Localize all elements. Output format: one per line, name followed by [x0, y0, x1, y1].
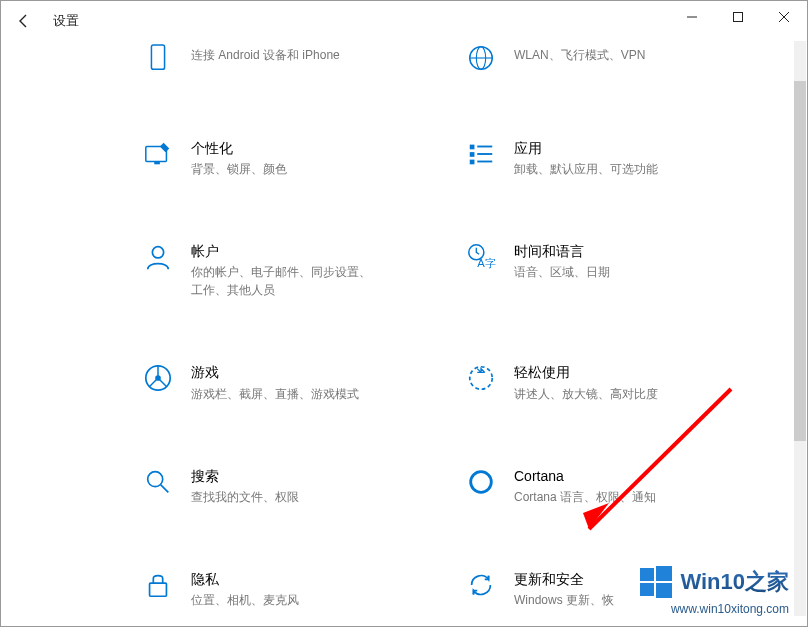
tile-title: 个性化 [191, 139, 287, 157]
tile-title: 游戏 [191, 363, 359, 381]
settings-tile-accounts[interactable]: 帐户 你的帐户、电子邮件、同步设置、工作、其他人员 [141, 240, 444, 299]
svg-point-24 [471, 471, 492, 492]
tile-desc: 位置、相机、麦克风 [191, 591, 299, 609]
settings-tile-search[interactable]: 搜索 查找我的文件、权限 [141, 465, 444, 506]
search-icon [141, 465, 175, 499]
tile-title: 时间和语言 [514, 242, 610, 260]
maximize-icon [733, 12, 743, 22]
svg-rect-25 [150, 583, 167, 596]
close-button[interactable] [761, 1, 807, 33]
svg-rect-1 [734, 13, 743, 22]
back-button[interactable] [1, 1, 47, 41]
tile-title: Cortana [514, 467, 656, 485]
arrow-left-icon [16, 13, 32, 29]
cortana-icon [464, 465, 498, 499]
tile-desc: WLAN、飞行模式、VPN [514, 46, 645, 64]
tile-title: 搜索 [191, 467, 299, 485]
window-controls [669, 1, 807, 33]
globe-icon [464, 41, 498, 75]
accounts-icon [141, 240, 175, 274]
settings-content: 连接 Android 设备和 iPhone WLAN、飞行模式、VPN 个性化 … [1, 41, 807, 626]
settings-tile-gaming[interactable]: 游戏 游戏栏、截屏、直播、游戏模式 [141, 361, 444, 402]
tile-desc: 游戏栏、截屏、直播、游戏模式 [191, 385, 359, 403]
svg-line-23 [161, 484, 169, 492]
tile-desc: 背景、锁屏、颜色 [191, 160, 287, 178]
minimize-button[interactable] [669, 1, 715, 33]
minimize-icon [687, 12, 697, 22]
svg-point-20 [155, 376, 161, 382]
settings-tile-privacy[interactable]: 隐私 位置、相机、麦克风 [141, 568, 444, 609]
tile-title: 轻松使用 [514, 363, 658, 381]
close-icon [779, 12, 789, 22]
settings-tile-cortana[interactable]: Cortana Cortana 语言、权限、通知 [464, 465, 767, 506]
gaming-icon [141, 361, 175, 395]
tile-desc: 连接 Android 设备和 iPhone [191, 46, 340, 64]
tile-title: 帐户 [191, 242, 371, 260]
tile-desc: 讲述人、放大镜、高对比度 [514, 385, 658, 403]
tile-desc: Windows 更新、恢 [514, 591, 614, 609]
svg-text:A字: A字 [477, 258, 496, 270]
titlebar: 设置 [1, 1, 807, 41]
page-title: 设置 [53, 12, 79, 30]
tile-desc: 卸载、默认应用、可选功能 [514, 160, 658, 178]
tile-desc: 语音、区域、日期 [514, 263, 610, 281]
svg-point-16 [152, 247, 163, 258]
privacy-icon [141, 568, 175, 602]
svg-rect-11 [470, 152, 475, 157]
tile-desc: 查找我的文件、权限 [191, 488, 299, 506]
apps-icon [464, 137, 498, 171]
settings-tile-time-language[interactable]: A字 时间和语言 语音、区域、日期 [464, 240, 767, 299]
time-language-icon: A字 [464, 240, 498, 274]
svg-rect-9 [154, 162, 160, 165]
settings-tile-network[interactable]: WLAN、飞行模式、VPN [464, 41, 767, 75]
settings-tile-phone[interactable]: 连接 Android 设备和 iPhone [141, 41, 444, 75]
update-icon [464, 568, 498, 602]
ease-of-access-icon [464, 361, 498, 395]
tile-desc: Cortana 语言、权限、通知 [514, 488, 656, 506]
personalization-icon [141, 137, 175, 171]
settings-tile-ease-of-access[interactable]: 轻松使用 讲述人、放大镜、高对比度 [464, 361, 767, 402]
phone-icon [141, 41, 175, 75]
svg-rect-12 [470, 160, 475, 165]
settings-tile-update-security[interactable]: 更新和安全 Windows 更新、恢 [464, 568, 767, 609]
svg-rect-10 [470, 145, 475, 150]
tile-desc: 你的帐户、电子邮件、同步设置、工作、其他人员 [191, 263, 371, 299]
svg-point-22 [148, 471, 163, 486]
settings-grid: 连接 Android 设备和 iPhone WLAN、飞行模式、VPN 个性化 … [141, 41, 767, 609]
maximize-button[interactable] [715, 1, 761, 33]
tile-title: 隐私 [191, 570, 299, 588]
tile-title: 应用 [514, 139, 658, 157]
svg-rect-4 [151, 45, 164, 69]
tile-title: 更新和安全 [514, 570, 614, 588]
settings-tile-apps[interactable]: 应用 卸载、默认应用、可选功能 [464, 137, 767, 178]
settings-tile-personalization[interactable]: 个性化 背景、锁屏、颜色 [141, 137, 444, 178]
